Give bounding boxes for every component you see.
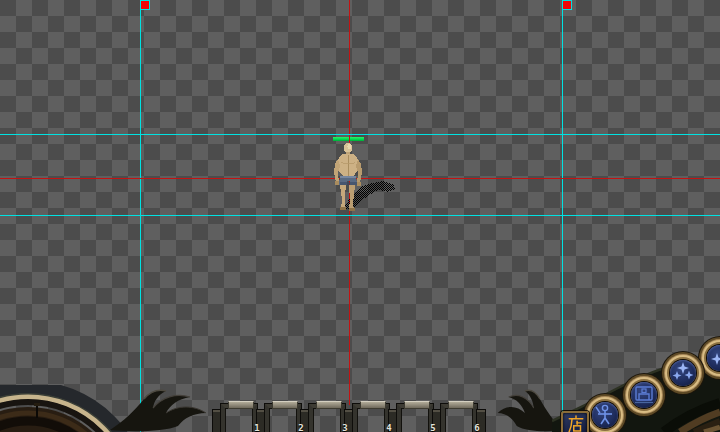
guide-line-vertical-cyan-left[interactable] bbox=[140, 0, 141, 432]
stall-box-icon bbox=[631, 382, 657, 408]
stall-button[interactable] bbox=[631, 382, 657, 408]
slot-tab bbox=[448, 401, 474, 409]
slot-connector bbox=[213, 410, 221, 432]
slot-number: 6 bbox=[471, 423, 483, 432]
editor-canvas: 1 2 3 4 5 6 bbox=[0, 0, 720, 432]
edge-partial-button[interactable] bbox=[707, 345, 720, 371]
sparkle-stars-icon bbox=[670, 360, 696, 386]
right-horn-ornament bbox=[478, 387, 563, 432]
shop-cjk-glyph bbox=[567, 415, 585, 432]
slot-tab bbox=[228, 401, 254, 409]
sparkle-stars-icon bbox=[707, 345, 720, 371]
slot-tab bbox=[360, 401, 386, 409]
slot-tab bbox=[316, 401, 342, 409]
slot-number: 3 bbox=[339, 423, 351, 432]
slot-tab bbox=[272, 401, 298, 409]
guide-line-horizontal-cyan-top[interactable] bbox=[0, 134, 720, 135]
slot-number: 5 bbox=[427, 423, 439, 432]
sparkles-button[interactable] bbox=[670, 360, 696, 386]
character-sprite[interactable] bbox=[330, 140, 400, 215]
slot-number: 1 bbox=[251, 423, 263, 432]
slot-number: 2 bbox=[295, 423, 307, 432]
slot-tab bbox=[404, 401, 430, 409]
guide-handle-right[interactable] bbox=[562, 0, 572, 10]
shop-button[interactable] bbox=[561, 411, 589, 432]
warrior-figure-icon bbox=[592, 402, 618, 428]
guide-line-horizontal-cyan-bottom[interactable] bbox=[0, 215, 720, 216]
slot-number: 4 bbox=[383, 423, 395, 432]
npc-button[interactable] bbox=[592, 402, 618, 428]
guide-handle-left[interactable] bbox=[140, 0, 150, 10]
